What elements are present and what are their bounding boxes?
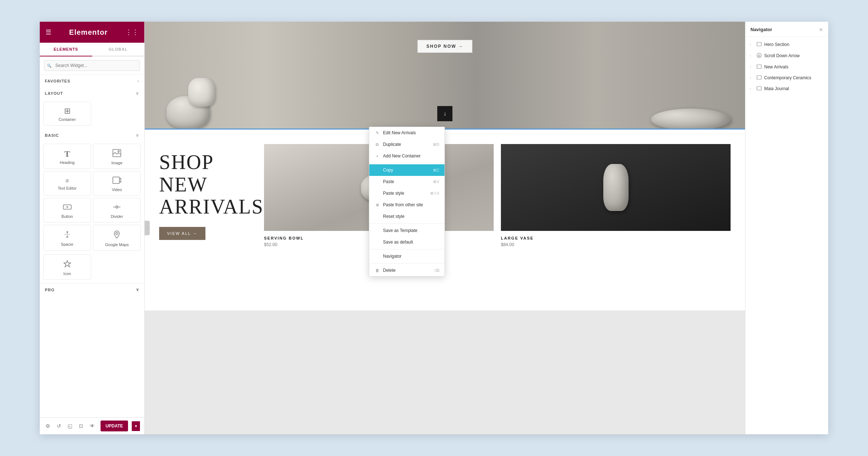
- maia-journal-nav-icon: [756, 86, 762, 91]
- nav-item-new-arrivals[interactable]: › New Arrivals: [745, 62, 828, 72]
- svg-rect-15: [757, 42, 761, 46]
- scroll-arrow-chevron: ›: [750, 54, 754, 58]
- separator-2: [369, 223, 444, 224]
- products-grid: SERVING BOWL $52.00 LARGE VASE $84.00: [253, 144, 731, 296]
- widget-icon[interactable]: Icon: [43, 254, 91, 280]
- widget-heading[interactable]: T Heading: [43, 144, 91, 169]
- settings-icon[interactable]: ⚙: [44, 422, 52, 430]
- menu-item-paste[interactable]: Paste ⌘V: [369, 176, 444, 187]
- paste-other-icon: ⊕: [374, 203, 380, 207]
- menu-item-delete[interactable]: 🗑 Delete ⌫: [369, 265, 444, 276]
- nav-label-scroll-down-arrow: Scroll Down Arrow: [764, 53, 824, 58]
- history-icon[interactable]: ↺: [55, 422, 63, 430]
- menu-item-paste-style[interactable]: Paste style ⌘⇧V: [369, 187, 444, 199]
- divider-icon: [112, 203, 121, 212]
- tab-global[interactable]: GLOBAL: [92, 43, 145, 56]
- icon-widget-icon: [63, 260, 71, 269]
- menu-item-save-as-default[interactable]: Save as default: [369, 236, 444, 248]
- navigator-header: Navigator ✕: [745, 22, 828, 37]
- widget-container[interactable]: ⊞ Container: [43, 102, 91, 126]
- svg-rect-7: [116, 206, 118, 208]
- video-icon: [112, 177, 121, 185]
- nav-item-contemporary-ceramics[interactable]: › Contemporary Ceramics: [745, 72, 828, 83]
- heading-icon: T: [64, 149, 70, 158]
- icon-label: Icon: [63, 271, 71, 276]
- elementor-logo: Elementor: [69, 28, 108, 37]
- tab-elements[interactable]: ELEMENTS: [40, 43, 92, 56]
- container-label: Container: [59, 117, 76, 122]
- arrivals-text-column: SHOP NEW ARRIVALS VIEW ALL →: [159, 144, 253, 296]
- large-vase-ceramic: [603, 164, 629, 211]
- right-panel: Navigator ✕ › Hero Section ›: [745, 22, 828, 434]
- menu-item-save-as-template[interactable]: Save as Template: [369, 225, 444, 236]
- menu-item-reset-style[interactable]: Reset style: [369, 211, 444, 222]
- nav-label-hero-section: Hero Section: [764, 42, 824, 47]
- large-vase-image: [501, 144, 731, 231]
- widget-divider[interactable]: Divider: [93, 198, 141, 223]
- image-label: Image: [111, 161, 123, 165]
- widget-google-maps[interactable]: Google Maps: [93, 225, 141, 251]
- scroll-arrow-nav-icon: [756, 53, 762, 59]
- widget-video[interactable]: Video: [93, 171, 141, 196]
- basic-chevron: ∨: [136, 133, 139, 138]
- responsive-icon[interactable]: ◱: [66, 422, 74, 430]
- menu-item-navigator[interactable]: Navigator: [369, 250, 444, 262]
- svg-rect-18: [757, 65, 761, 68]
- widget-button[interactable]: Button: [43, 198, 91, 223]
- hero-section: SHOP NOW → ↓: [145, 22, 745, 128]
- navigator-items: › Hero Section › Scroll Down: [745, 37, 828, 434]
- navigator-title: Navigator: [750, 27, 772, 32]
- nav-item-maia-journal[interactable]: › Maia Journal: [745, 83, 828, 94]
- nav-item-scroll-down-arrow[interactable]: › Scroll Down Arrow: [745, 50, 828, 62]
- menu-item-copy[interactable]: Copy ⌘C: [369, 164, 444, 176]
- view-all-button[interactable]: VIEW ALL →: [159, 227, 205, 240]
- main-canvas: ‹ SHOP NOW → ↓: [145, 22, 745, 434]
- svg-point-14: [116, 232, 118, 235]
- favorites-chevron: ›: [137, 79, 139, 84]
- spacer-icon: [63, 231, 71, 240]
- layout-section: LAYOUT ∨ ⊞ Container: [40, 87, 144, 129]
- svg-point-1: [118, 151, 119, 152]
- update-dropdown-button[interactable]: ▼: [132, 421, 140, 431]
- shop-now-button[interactable]: SHOP NOW →: [417, 40, 472, 53]
- pro-section-header[interactable]: PRO ∨: [40, 283, 144, 296]
- spacer-label: Spacer: [61, 242, 73, 246]
- hero-section-icon: [756, 42, 762, 47]
- panel-collapse-handle[interactable]: ‹: [145, 221, 150, 235]
- nav-label-new-arrivals: New Arrivals: [764, 64, 824, 69]
- widget-spacer[interactable]: Spacer: [43, 225, 91, 251]
- search-input[interactable]: [44, 60, 140, 71]
- update-button[interactable]: UPDATE: [101, 421, 128, 431]
- favorites-header[interactable]: FAVORITES ›: [40, 75, 144, 87]
- delete-icon: 🗑: [374, 268, 380, 273]
- basic-header[interactable]: BASIC ∨: [40, 129, 144, 142]
- grid-icon[interactable]: ⋮⋮: [125, 28, 139, 36]
- google-maps-label: Google Maps: [105, 242, 129, 247]
- nav-label-contemporary-ceramics: Contemporary Ceramics: [764, 75, 824, 80]
- separator-3: [369, 249, 444, 249]
- pro-chevron: ∨: [136, 287, 139, 292]
- preview-icon[interactable]: 👁: [88, 422, 96, 430]
- shop-new-arrivals-heading: SHOP NEW ARRIVALS: [159, 151, 253, 218]
- menu-item-duplicate[interactable]: ⧉ Duplicate ⌘D: [369, 139, 444, 150]
- favorites-section: FAVORITES ›: [40, 75, 144, 87]
- widget-text-editor[interactable]: ≡ Text Editor: [43, 171, 91, 196]
- new-arrivals-chevron: ›: [750, 65, 754, 69]
- text-editor-icon: ≡: [65, 178, 69, 184]
- menu-item-edit-new-arrivals[interactable]: ✎ Edit New Arrivals: [369, 127, 444, 139]
- edit-icon: ✎: [374, 131, 380, 135]
- menu-item-paste-from-other-site[interactable]: ⊕ Paste from other site: [369, 199, 444, 211]
- hero-section-chevron: ›: [750, 43, 754, 46]
- navigator-icon[interactable]: ⊡: [77, 422, 85, 430]
- add-icon: +: [374, 154, 380, 158]
- nav-item-hero-section[interactable]: › Hero Section: [745, 39, 828, 50]
- menu-item-add-new-container[interactable]: + Add New Container: [369, 150, 444, 162]
- navigator-close-button[interactable]: ✕: [819, 27, 823, 32]
- hamburger-icon[interactable]: ☰: [46, 28, 51, 36]
- widget-image[interactable]: Image: [93, 144, 141, 169]
- layout-header[interactable]: LAYOUT ∨: [40, 87, 144, 100]
- separator-4: [369, 263, 444, 263]
- layout-widgets-grid: ⊞ Container: [40, 100, 144, 129]
- scroll-down-arrow[interactable]: ↓: [437, 106, 452, 121]
- maia-journal-chevron: ›: [750, 87, 754, 90]
